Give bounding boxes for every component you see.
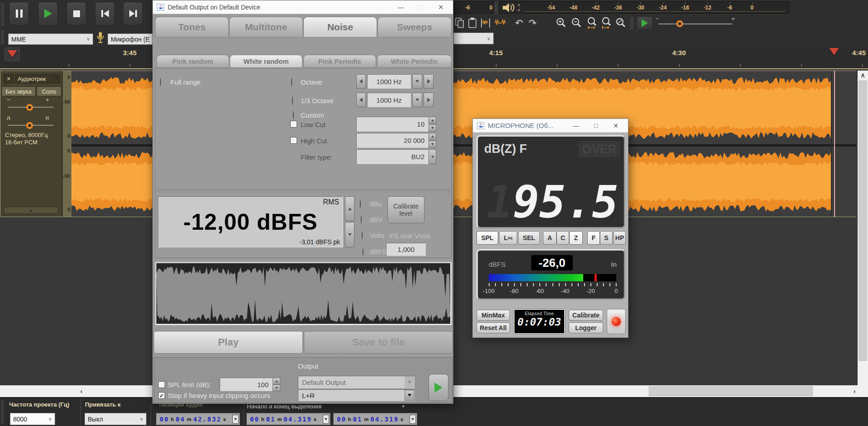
third-freq-prev-button[interactable] [356, 93, 366, 107]
play-at-speed-button[interactable] [637, 16, 653, 30]
play-button[interactable] [38, 2, 58, 25]
subtab-white-random[interactable]: White random [230, 55, 302, 68]
output-device-select[interactable]: ∨ [453, 33, 494, 44]
low-cut-down-button[interactable] [429, 124, 436, 132]
record-device-select[interactable]: Микрофон (Е [108, 33, 158, 45]
undo-button[interactable]: ↶ [513, 16, 525, 30]
scroll-left-button[interactable]: ‹ [76, 385, 87, 397]
toolbar-grip[interactable] [1, 400, 4, 424]
toolbar-grip[interactable] [1, 30, 4, 44]
selection-minutes[interactable]: 01 [353, 416, 363, 423]
spl-button[interactable]: SPL [476, 231, 498, 245]
routing-combo[interactable]: L+R [298, 389, 415, 401]
spl-meter-titlebar[interactable]: MICROPHONE (Об... — □ ✕ [473, 119, 628, 133]
low-cut-checkbox[interactable] [290, 121, 297, 128]
audio-host-select[interactable]: MME∨ [8, 33, 93, 45]
tab-multitone[interactable]: Multitone [229, 17, 303, 38]
octave-freq-dropdown-button[interactable] [412, 74, 422, 89]
hp-filter-button[interactable]: HP [613, 231, 626, 245]
level-up-button[interactable] [345, 196, 354, 221]
mute-button[interactable]: Без звука [1, 86, 36, 96]
selection-minutes[interactable]: 01 [266, 416, 276, 423]
minimize-button[interactable]: — [568, 122, 584, 129]
fit-project-button[interactable] [600, 16, 613, 30]
pause-button[interactable] [9, 2, 29, 25]
zoom-in-button[interactable] [555, 16, 568, 30]
sel-button[interactable]: SEL [518, 231, 540, 245]
logger-button[interactable]: Logger [569, 322, 603, 333]
field-dropdown-button[interactable] [323, 415, 329, 424]
fit-selection-button[interactable] [586, 16, 599, 30]
position-seconds[interactable]: 42.832 [193, 416, 222, 423]
high-cut-field[interactable]: 20 000 [356, 133, 429, 148]
vertical-scrollbar[interactable]: ∧ [858, 71, 868, 385]
volts-radio[interactable] [362, 231, 363, 240]
dbfs-radio[interactable] [363, 247, 363, 256]
solo-button[interactable]: Соло [37, 86, 61, 96]
tab-noise[interactable]: Noise [303, 17, 377, 38]
toolbar-grip[interactable] [1, 3, 4, 25]
spl-limit-checkbox[interactable] [158, 381, 165, 388]
tab-sweeps[interactable]: Sweeps [377, 17, 452, 38]
low-cut-field[interactable]: 10 [356, 117, 429, 132]
zoom-out-button[interactable] [571, 16, 583, 30]
octave-freq-prev-button[interactable] [356, 74, 366, 89]
c-weighting-button[interactable]: C [557, 231, 569, 245]
close-button[interactable]: ✕ [433, 4, 449, 11]
calibrate-level-button[interactable]: Calibrate level [387, 196, 425, 223]
field-dropdown-button[interactable] [232, 415, 239, 424]
level-down-button[interactable] [345, 222, 354, 247]
position-minutes[interactable]: 04 [176, 416, 185, 423]
third-freq-field[interactable]: 1000 Hz [367, 93, 411, 107]
minmax-button[interactable]: MinMax [476, 310, 510, 321]
filter-type-dropdown-button[interactable] [429, 149, 436, 164]
project-rate-select[interactable]: 8000∨ [10, 413, 55, 425]
fs-sine-vrms-field[interactable]: 1,000 [386, 243, 426, 256]
silence-audio-button[interactable] [494, 16, 506, 30]
selection-seconds[interactable]: 04.319 [283, 416, 312, 423]
playhead-marker[interactable] [829, 48, 839, 55]
chevron-down-icon[interactable] [402, 406, 405, 408]
close-button[interactable]: ✕ [608, 122, 624, 129]
pan-slider-thumb[interactable] [26, 122, 33, 129]
octave-freq-field[interactable]: 1000 Hz [367, 74, 411, 89]
custom-radio[interactable] [293, 111, 294, 119]
reset-all-button[interactable]: Reset All [476, 322, 510, 333]
z-weighting-button[interactable]: Z [569, 231, 583, 245]
pin-playhead-button[interactable] [5, 47, 20, 61]
fast-button[interactable]: F [587, 231, 600, 245]
snap-to-select[interactable]: Выкл∨ [85, 413, 146, 425]
tab-tones[interactable]: Tones [155, 17, 229, 38]
high-cut-checkbox[interactable] [290, 137, 297, 144]
collapse-track-button[interactable]: ▲ [4, 207, 58, 214]
stop-button[interactable] [66, 2, 86, 25]
full-range-radio[interactable] [160, 78, 161, 86]
subtab-white-periodic[interactable]: White Periodic [377, 55, 452, 68]
speed-slider-thumb[interactable] [676, 20, 683, 27]
dbv-radio[interactable] [361, 215, 362, 224]
spl-limit-field[interactable]: 100 [220, 378, 273, 391]
selection-start-field[interactable]: 00h 01m 04.319s [246, 413, 330, 425]
speed-slider-track[interactable] [658, 24, 732, 24]
selection-hours[interactable]: 00 [250, 416, 259, 423]
high-cut-up-button[interactable] [429, 133, 436, 140]
scroll-right-button[interactable]: › [849, 385, 860, 397]
octave-freq-next-button[interactable] [424, 74, 434, 89]
low-cut-up-button[interactable] [429, 117, 436, 124]
record-indicator-button[interactable] [607, 309, 626, 334]
octave-radio[interactable] [291, 78, 292, 86]
subtab-pink-random[interactable]: Pink random [156, 55, 229, 68]
calibrate-button[interactable]: Calibrate [569, 310, 603, 321]
a-weighting-button[interactable]: A [543, 231, 557, 245]
close-track-button[interactable]: ✕ [4, 74, 14, 83]
position-hours[interactable]: 00 [160, 416, 169, 423]
zoom-toggle-button[interactable] [615, 16, 627, 30]
audio-position-field[interactable]: 00h 04m 42.832s [156, 413, 240, 425]
scroll-up-button[interactable]: ∧ [858, 71, 868, 80]
minimize-button[interactable]: — [393, 4, 409, 11]
selection-end-field[interactable]: 00h 01m 04.319s [333, 413, 417, 425]
generator-titlebar[interactable]: Default Output on Default Device — □ ✕ [153, 0, 453, 14]
gain-slider-thumb[interactable] [26, 104, 33, 111]
routing-dropdown-button[interactable] [405, 390, 414, 401]
filter-type-select[interactable]: BU2 [356, 149, 429, 164]
